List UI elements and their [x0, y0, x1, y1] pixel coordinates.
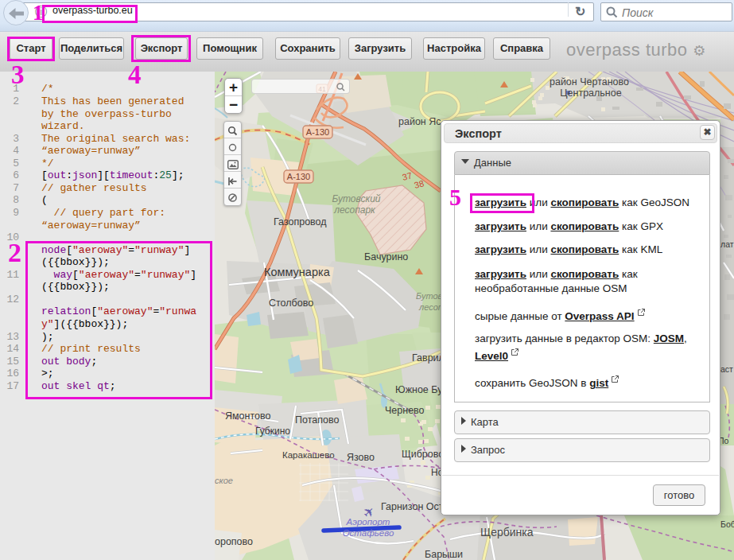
- svg-text:А-130: А-130: [306, 127, 329, 137]
- svg-text:А-130: А-130: [287, 172, 310, 181]
- svg-text:Потапово: Потапово: [295, 414, 339, 426]
- svg-text:Каракашево: Каракашево: [282, 450, 335, 460]
- svg-text:Коммунарка: Коммунарка: [264, 266, 331, 278]
- svg-text:Бутовский: Бутовский: [332, 193, 380, 204]
- svg-text:лесопарк: лесопарк: [333, 204, 376, 216]
- svg-text:лат: лат: [720, 239, 734, 249]
- svg-text:Аэропорт: Аэропорт: [346, 517, 390, 527]
- svg-text:Щибровс: Щибровс: [402, 449, 444, 460]
- svg-text:Губкино: Губкино: [255, 426, 290, 437]
- svg-text:район Чертаново: район Чертаново: [550, 76, 629, 88]
- svg-text:оропово: оропово: [215, 536, 253, 547]
- svg-text:район Яс: район Яс: [398, 116, 441, 127]
- svg-text:Чернево: Чернево: [385, 405, 425, 416]
- svg-text:Гарнизон Ост: Гарнизон Ост: [381, 501, 444, 512]
- svg-text:Барыши: Барыши: [425, 549, 463, 560]
- svg-text:лесоп: лесоп: [418, 302, 443, 312]
- svg-text:Остафьево: Остафьево: [343, 528, 394, 538]
- svg-text:Бачурино: Бачурино: [364, 251, 408, 262]
- svg-text:ское: ское: [215, 476, 233, 485]
- svg-text:Южное Бу: Южное Бу: [395, 384, 443, 395]
- svg-text:Центральное: Центральное: [560, 88, 621, 99]
- svg-text:аст: аст: [720, 364, 733, 374]
- svg-text:Язово: Язово: [347, 452, 375, 463]
- svg-text:Столбово: Столбово: [269, 298, 313, 309]
- svg-text:Ямонтово: Ямонтово: [225, 410, 271, 422]
- svg-text:Гаврил: Гаврил: [412, 352, 445, 364]
- svg-text:Боб: Боб: [720, 519, 734, 529]
- svg-text:Щербинка: Щербинка: [480, 526, 534, 539]
- svg-text:Газопровод: Газопровод: [274, 216, 327, 228]
